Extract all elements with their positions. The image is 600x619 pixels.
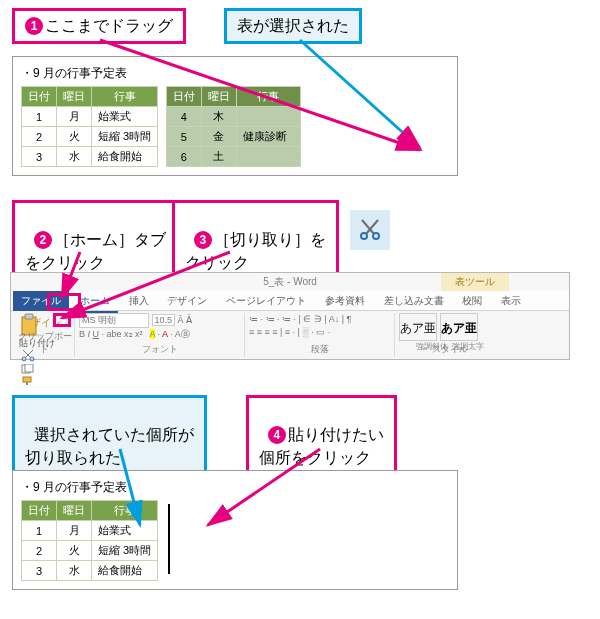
- font-name-combo[interactable]: MS 明朝: [79, 313, 149, 328]
- table-row: 1月始業式: [22, 107, 158, 127]
- svg-rect-14: [23, 377, 31, 382]
- document-panel-after: ・9 月の行事予定表 日付 曜日 行事 1月始業式 2火短縮 3時間 3水給食開…: [12, 470, 458, 590]
- cell-day: 月: [57, 521, 92, 541]
- doc-title: ・9 月の行事予定表: [21, 65, 449, 82]
- cell-event: 健康診断: [236, 127, 300, 147]
- table-row: 2火短縮 3時間: [22, 127, 158, 147]
- cell-date: 1: [22, 107, 57, 127]
- tab-design[interactable]: デザイン: [159, 291, 215, 311]
- cell-day: 木: [201, 107, 236, 127]
- cell-day: 金: [201, 127, 236, 147]
- tab-pagelayout[interactable]: ページレイアウト: [218, 291, 314, 311]
- style-item-2[interactable]: あア亜: [440, 313, 478, 341]
- tab-insert[interactable]: 挿入: [121, 291, 157, 311]
- cell-date: 5: [166, 127, 201, 147]
- svg-rect-15: [26, 382, 28, 385]
- ribbon-body: 貼り付け クリップボード MS 明朝 10.5 Â Ǎ B I U · ab…: [11, 311, 569, 359]
- th-day: 曜日: [57, 501, 92, 521]
- titlebar: 5_表 - Word 表ツール: [11, 273, 569, 291]
- callout-3: 3［切り取り］を クリック: [172, 200, 339, 281]
- document-panel-before: ・9 月の行事予定表 日付 曜日 行事 1月始業式 2火短縮 3時間 3水給食開…: [12, 56, 458, 176]
- font-size-combo[interactable]: 10.5: [152, 314, 176, 326]
- cell-day: 火: [57, 541, 92, 561]
- step-badge-2: 2: [34, 231, 52, 249]
- file-tab[interactable]: ファイル: [13, 291, 69, 311]
- cell-event: [236, 147, 300, 167]
- th-date: 日付: [22, 87, 57, 107]
- table-row: 3水給食開始: [22, 147, 158, 167]
- th-event: 行事: [92, 87, 158, 107]
- doc-title-2: ・9 月の行事予定表: [21, 479, 449, 496]
- cell-day: 火: [57, 127, 92, 147]
- cell-date: 2: [22, 127, 57, 147]
- note-selected-text: 表が選択された: [237, 17, 349, 34]
- cell-event: 始業式: [92, 107, 158, 127]
- cell-day: 水: [57, 561, 92, 581]
- cell-date: 3: [22, 561, 57, 581]
- group-label-styles: スタイル: [395, 343, 505, 356]
- table-row: 3水給食開始: [22, 561, 158, 581]
- note-cut-text: 選択されていた個所が 切り取られた: [25, 426, 194, 465]
- step-badge-4: 4: [268, 426, 286, 444]
- group-label-paragraph: 段落: [245, 343, 394, 356]
- callout-4: 4貼り付けたい 個所をクリック: [246, 395, 397, 476]
- table-row: 6土: [166, 147, 300, 167]
- group-label-font: フォント: [75, 343, 244, 356]
- cell-date: 1: [22, 521, 57, 541]
- cell-day: 水: [57, 147, 92, 167]
- tab-review[interactable]: 校閲: [454, 291, 490, 311]
- tab-view[interactable]: 表示: [493, 291, 529, 311]
- cell-event: 短縮 3時間: [92, 127, 158, 147]
- schedule-table-right-selected[interactable]: 日付 曜日 行事 4木 5金健康診断 6土: [166, 86, 301, 167]
- callout-1: 1ここまでドラッグ: [12, 8, 186, 44]
- th-day: 曜日: [57, 87, 92, 107]
- cell-date: 6: [166, 147, 201, 167]
- note-selected: 表が選択された: [224, 8, 362, 44]
- callout-1-text: ここまでドラッグ: [45, 17, 173, 34]
- th-day: 曜日: [201, 87, 236, 107]
- tab-references[interactable]: 参考資料: [317, 291, 373, 311]
- insertion-cursor[interactable]: [168, 504, 170, 574]
- word-ribbon: 5_表 - Word 表ツール ファイル ホーム 挿入 デザイン ページレイアウ…: [10, 272, 570, 360]
- cell-event: 始業式: [92, 521, 158, 541]
- group-label-clipboard: クリップボード: [15, 330, 74, 356]
- style-item-1[interactable]: あア亜: [399, 313, 437, 341]
- group-paragraph: ≔ · ≔ · ≔ · | ∈ ∋ | A↓ | ¶≡ ≡ ≡ ≡ | ≡ · …: [245, 313, 395, 357]
- cell-date: 3: [22, 147, 57, 167]
- table-row: 2火短縮 3時間: [22, 541, 158, 561]
- cell-day: 土: [201, 147, 236, 167]
- cell-event: 給食開始: [92, 561, 158, 581]
- step-badge-3: 3: [194, 231, 212, 249]
- table-row: 4木: [166, 107, 300, 127]
- th-date: 日付: [22, 501, 57, 521]
- format-painter-button[interactable]: [21, 376, 35, 386]
- window-title: 5_表 - Word: [263, 276, 317, 287]
- group-clipboard: 貼り付け クリップボード: [15, 313, 75, 357]
- cell-date: 2: [22, 541, 57, 561]
- callout-2: 2［ホーム］タブ をクリック: [12, 200, 179, 281]
- th-event: 行事: [92, 501, 158, 521]
- svg-rect-7: [25, 314, 33, 319]
- cell-event: [236, 107, 300, 127]
- group-styles: あア亜 あア亜 強調斜体 強調太字 スタイル: [395, 313, 505, 357]
- schedule-table-after: 日付 曜日 行事 1月始業式 2火短縮 3時間 3水給食開始: [21, 500, 158, 581]
- th-event: 行事: [236, 87, 300, 107]
- copy-button[interactable]: [21, 364, 35, 374]
- group-font: MS 明朝 10.5 Â Ǎ B I U · abe x₂ x² A · A…: [75, 313, 245, 357]
- table-row: 5金健康診断: [166, 127, 300, 147]
- cell-day: 月: [57, 107, 92, 127]
- cell-event: 短縮 3時間: [92, 541, 158, 561]
- scissors-icon: [358, 218, 382, 242]
- cell-event: 給食開始: [92, 147, 158, 167]
- contextual-tab-label: 表ツール: [441, 273, 509, 291]
- tab-home[interactable]: ホーム: [72, 291, 118, 313]
- svg-rect-13: [25, 364, 33, 372]
- ribbon-tabs: ファイル ホーム 挿入 デザイン ページレイアウト 参考資料 差し込み文書 校閲…: [11, 291, 569, 311]
- note-cut: 選択されていた個所が 切り取られた: [12, 395, 207, 476]
- step-badge-1: 1: [25, 17, 43, 35]
- tab-mailings[interactable]: 差し込み文書: [376, 291, 452, 311]
- schedule-table-left: 日付 曜日 行事 1月始業式 2火短縮 3時間 3水給食開始: [21, 86, 158, 167]
- th-date: 日付: [166, 87, 201, 107]
- table-row: 1月始業式: [22, 521, 158, 541]
- scissors-zoom-icon: [350, 210, 390, 250]
